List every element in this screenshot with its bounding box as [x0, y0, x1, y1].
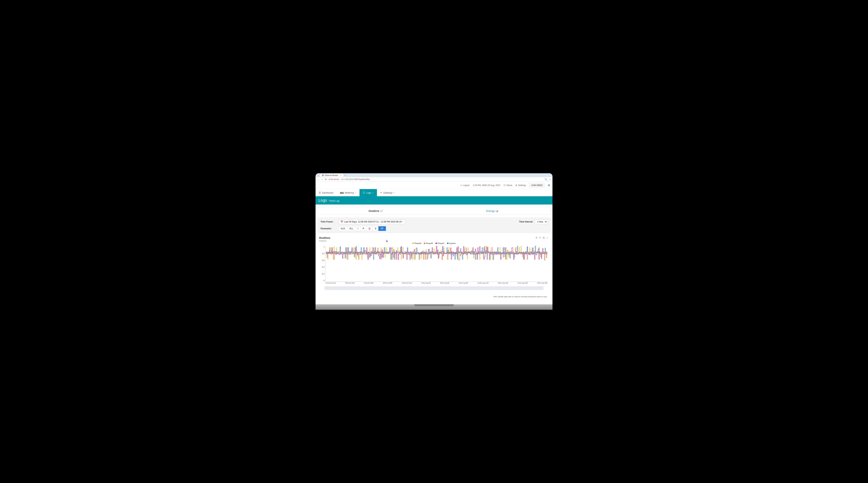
param-q-button[interactable]: Q [366, 226, 373, 231]
legend-dot-icon [435, 243, 437, 244]
y-axis: 10.80.60.40.20 [320, 246, 324, 282]
chevron-down-icon: ▼ [394, 192, 395, 193]
chart-refresh-icon[interactable]: ⟳ [539, 236, 541, 239]
trend-icon: 📈 [380, 210, 383, 212]
logout-button[interactable]: ↪ Logout [460, 184, 469, 186]
browser-tab-strip: ⌄ Ethernet Module × + [315, 173, 553, 177]
param-vll-button[interactable]: VLL [347, 226, 355, 231]
chart-title: Realtime [319, 236, 549, 239]
mode-tabs: Realtime 📈 Energy 📊 [317, 207, 551, 215]
nav-logs[interactable]: ⓘ Logs ▼ [360, 189, 377, 196]
header-datetime: 1:24 PM -0400 20 Aug, 2024 [473, 184, 500, 186]
param-i-button[interactable]: I [355, 226, 361, 231]
settings-button[interactable]: ⚙ Settings [515, 184, 526, 186]
nav-back-icon[interactable]: ← [317, 178, 319, 181]
zoom-icon[interactable]: 🔍 [545, 178, 547, 181]
new-tab-button[interactable]: + [343, 174, 347, 177]
chevron-down-icon: ▼ [372, 192, 374, 193]
param-s-button[interactable]: S [372, 226, 378, 231]
url-text[interactable]: https://10.120.9.160/#!/logs/trendlog [341, 178, 370, 180]
legend-item-phasec[interactable]: PhaseC [435, 242, 444, 244]
chart-hint: Hint: Double right click on chart to rol… [319, 296, 547, 298]
bar-chart-icon: 📊 [495, 210, 498, 212]
chart-type-icon[interactable]: ▥ [542, 236, 545, 239]
gear-icon: ⚙ [515, 184, 517, 186]
controls-panel: Time Frame: 📅 Last 30 Days: 12:00 AM 202… [317, 217, 551, 233]
legend-item-system[interactable]: System [447, 242, 456, 244]
nav-gateway[interactable]: ⚭ Gateway ▼ [377, 189, 398, 196]
list-icon: ☰ [319, 191, 321, 194]
scrubber-handle-left[interactable]: ≡ [324, 286, 327, 290]
nav-reload-icon[interactable]: ⟳ [325, 178, 327, 181]
network-icon: ⚭ [380, 191, 382, 194]
chevron-down-icon: ▼ [355, 192, 356, 193]
time-frame-label: Time Frame: [320, 220, 336, 223]
scrubber-handle-right[interactable]: ≡ [541, 286, 544, 290]
param-pf-button[interactable]: PF [378, 226, 386, 231]
chart-export-icon[interactable]: ⤓ [546, 236, 548, 239]
parameter-label: Parameter: [320, 227, 336, 230]
param-vln-button[interactable]: VLN [338, 226, 347, 231]
time-frame-picker[interactable]: 📅 Last 30 Days: 12:00 AM 2024-07-21 - 11… [339, 219, 405, 224]
close-tab-icon[interactable]: × [340, 174, 341, 176]
nav-dashboard[interactable]: ☰ Dashboard [315, 189, 337, 196]
legend-item-phaseb[interactable]: PhaseB [424, 242, 433, 244]
nav-forward-icon[interactable]: → [321, 178, 323, 181]
warning-icon: ⊘ [329, 178, 330, 180]
tab-title: Ethernet Module [325, 174, 338, 176]
device-label: AXM-WEB2 [529, 183, 545, 187]
page-title: Logs [318, 198, 327, 203]
app-header: ↪ Logout 1:24 PM -0400 20 Aug, 2024 ⓘ Ab… [315, 182, 553, 189]
about-button[interactable]: ⓘ About [503, 184, 512, 187]
param-p-button[interactable]: P [361, 226, 367, 231]
legend-dot-icon [412, 243, 414, 244]
main-nav: ☰ Dashboard ▮▮▮ Metering ▼ ⓘ Logs ▼ ⚭ Ga… [315, 189, 553, 196]
time-interval-select[interactable]: 1 hour [535, 219, 548, 224]
nav-metering[interactable]: ▮▮▮ Metering ▼ [337, 189, 360, 196]
mode-energy-tab[interactable]: Energy 📊 [434, 207, 551, 215]
chart-subtitle: Analysis [319, 240, 549, 242]
logout-icon: ↪ [460, 184, 462, 186]
x-axis: 12AM,Jul 21st3PM,Jul 23rd6AM,Jul 26th9PM… [326, 282, 548, 284]
page-subtitle: Trend Log [329, 200, 339, 202]
not-secure-badge[interactable]: ⊘ Not secure [329, 178, 339, 180]
chart-plot[interactable] [326, 246, 548, 282]
time-interval-label: Time Interval: [519, 220, 533, 223]
browser-tab[interactable]: Ethernet Module × [320, 174, 343, 177]
tab-list-dropdown[interactable]: ⌄ [317, 174, 319, 176]
tab-favicon [322, 174, 324, 176]
page-title-bar: Logs Trend Log [315, 196, 553, 205]
brand-logo: A [548, 184, 550, 187]
legend-dot-icon [424, 243, 425, 244]
chart-data-icon[interactable]: 🗎 [535, 236, 538, 239]
bookmark-star-icon[interactable]: ☆ [549, 178, 551, 181]
browser-nav-bar: ← → ⟳ ⊘ Not secure https://10.120.9.160/… [315, 177, 553, 182]
chart-legend: PhaseAPhaseBPhaseCSystem [319, 242, 549, 244]
mode-realtime-tab[interactable]: Realtime 📈 [317, 207, 434, 215]
calendar-icon: 📅 [340, 220, 343, 223]
legend-dot-icon [447, 243, 448, 244]
info-circle-icon: ⓘ [363, 191, 365, 194]
info-icon: ⓘ [503, 184, 506, 187]
chevron-down-icon: ▾ [403, 221, 403, 223]
time-scrubber[interactable]: ≡ ≡ [326, 286, 542, 290]
legend-item-phasea[interactable]: PhaseA [412, 242, 422, 244]
parameter-buttons: VLNVLLIPQSPF [339, 226, 386, 231]
chart-toolbar: 🗎 ⟳ ▥ ⤓ [535, 236, 548, 239]
bars-icon: ▮▮▮ [340, 191, 344, 194]
